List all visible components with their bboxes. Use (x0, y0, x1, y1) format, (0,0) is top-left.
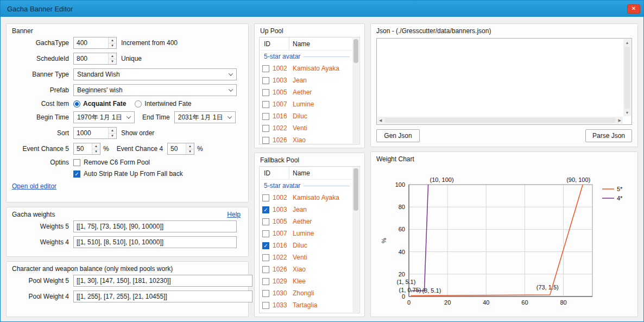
spin-up-icon[interactable]: ▲ (109, 128, 116, 134)
row-checkbox[interactable] (262, 125, 269, 132)
svg-text:60: 60 (521, 299, 528, 306)
row-checkbox[interactable] (262, 194, 269, 201)
begin-time-picker[interactable]: 1970年 1月 1日 (73, 111, 135, 123)
sort-spinner[interactable]: 1000 ▲▼ (73, 127, 117, 139)
scheduleid-spinner[interactable]: 800 ▲▼ (73, 53, 117, 65)
event-chance-5-label: Event Chance 5 (12, 145, 69, 153)
row-checkbox[interactable] (262, 137, 269, 144)
pool-row[interactable]: 1005Aether (260, 216, 359, 228)
weights-4-input[interactable]: [[1, 510], [8, 510], [10, 10000]] (73, 236, 237, 248)
gen-json-button[interactable]: Gen Json (376, 129, 420, 142)
pool-row[interactable]: 1035Qiqi (260, 311, 359, 313)
event-chance-5-spinner[interactable]: 50 ▲▼ (73, 143, 100, 155)
remove-c6-checkbox[interactable] (73, 159, 80, 166)
row-checkbox[interactable] (262, 206, 269, 213)
spinner-arrows[interactable]: ▲▼ (108, 37, 116, 48)
pool-row[interactable]: 1030Zhongli (260, 287, 359, 299)
row-checkbox[interactable] (262, 290, 269, 297)
row-checkbox[interactable] (262, 302, 269, 309)
auto-strip-checkbox[interactable] (73, 171, 80, 178)
pool-row[interactable]: 1026Xiao (260, 263, 359, 275)
pool-row[interactable]: 1029Klee (260, 275, 359, 287)
up-pool-scrollbar[interactable] (352, 38, 359, 143)
weights-5-input[interactable]: [[1, 75], [73, 150], [90, 10000]] (73, 220, 237, 232)
row-checkbox[interactable] (262, 101, 269, 108)
event-chance-4-spinner[interactable]: 50 ▲▼ (167, 143, 194, 155)
row-name: Kamisato Ayaka (293, 65, 339, 72)
spin-down-icon[interactable]: ▼ (92, 149, 100, 155)
row-name: Xiao (293, 266, 306, 273)
scroll-left-icon[interactable]: ◀ (379, 118, 382, 123)
event-chance-5-value: 50 (74, 143, 92, 154)
spin-down-icon[interactable]: ▼ (109, 59, 116, 65)
parse-json-button[interactable]: Parse Json (585, 129, 632, 142)
row-checkbox[interactable] (262, 230, 269, 237)
pool-row[interactable]: 1002Kamisato Ayaka (260, 62, 359, 74)
pool-row[interactable]: 1007Lumine (260, 98, 359, 110)
pool-row[interactable]: 1026Xiao (260, 134, 359, 144)
spinner-arrows[interactable]: ▲▼ (108, 53, 116, 64)
spin-up-icon[interactable]: ▲ (109, 37, 116, 43)
pool-row[interactable]: 1022Venti (260, 251, 359, 263)
scheduleid-hint: Unique (121, 55, 142, 62)
row-checkbox[interactable] (262, 65, 269, 72)
row-checkbox[interactable] (262, 254, 269, 261)
banner-type-select[interactable]: Standard Wish (73, 68, 237, 80)
event-chance-5-unit: % (103, 145, 109, 153)
spin-down-icon[interactable]: ▼ (109, 43, 116, 49)
gachatype-spinner[interactable]: 400 ▲▼ (73, 37, 117, 49)
spinner-arrows[interactable]: ▲▼ (108, 128, 116, 138)
pool-row[interactable]: 1003Jean (260, 204, 359, 216)
spin-up-icon[interactable]: ▲ (92, 143, 100, 149)
spinner-arrows[interactable]: ▲▼ (186, 143, 194, 154)
close-button[interactable]: ✕ (627, 4, 640, 14)
scrollbar-track[interactable] (385, 118, 615, 123)
open-old-editor-link[interactable]: Open old editor (12, 182, 56, 190)
pool-row[interactable]: 1033Tartaglia (260, 299, 359, 311)
spin-up-icon[interactable]: ▲ (109, 53, 116, 59)
scroll-down-icon[interactable]: ▼ (626, 111, 629, 115)
pool-row[interactable]: 1016Diluc (260, 239, 359, 251)
pool-row[interactable]: 1007Lumine (260, 228, 359, 239)
pool-row[interactable]: 1002Kamisato Ayaka (260, 192, 359, 204)
spin-down-icon[interactable]: ▼ (186, 149, 194, 155)
json-textarea[interactable]: ▲ ▼ ◀ ▶ (376, 38, 632, 125)
row-checkbox[interactable] (262, 77, 269, 84)
name-column-header[interactable]: Name (289, 37, 310, 50)
id-column-header[interactable]: ID (260, 167, 289, 179)
pool-row[interactable]: 1022Venti (260, 122, 359, 134)
scrollbar-thumb[interactable] (353, 168, 358, 211)
row-checkbox[interactable] (262, 89, 269, 96)
spinner-arrows[interactable]: ▲▼ (92, 143, 100, 154)
row-checkbox[interactable] (262, 113, 269, 120)
name-column-header[interactable]: Name (289, 167, 310, 179)
scrollbar-track[interactable] (624, 47, 630, 109)
spin-down-icon[interactable]: ▼ (109, 134, 116, 139)
pool-weight-5-input[interactable]: [[1, 30], [147, 150], [181, 10230]] (73, 275, 252, 287)
row-id: 1033 (273, 301, 289, 309)
row-checkbox[interactable] (262, 242, 269, 249)
row-checkbox[interactable] (262, 278, 269, 285)
row-checkbox[interactable] (262, 266, 269, 273)
row-checkbox[interactable] (262, 218, 269, 225)
end-time-picker[interactable]: 2031年 1月 1日 (174, 111, 236, 123)
acquaint-fate-radio[interactable] (73, 100, 80, 108)
scroll-up-icon[interactable]: ▲ (626, 41, 629, 45)
scroll-right-icon[interactable]: ▶ (618, 118, 621, 123)
intertwined-fate-radio[interactable] (135, 100, 142, 108)
spin-up-icon[interactable]: ▲ (186, 143, 194, 149)
json-horizontal-scrollbar[interactable]: ◀ ▶ (377, 117, 623, 124)
pool-weight-4-input[interactable]: [[1, 255], [17, 255], [21, 10455]] (73, 291, 252, 302)
pool-row[interactable]: 1005Aether (260, 86, 359, 98)
help-link[interactable]: Help (227, 211, 241, 218)
sort-hint: Show order (121, 129, 154, 137)
fallback-pool-scrollbar[interactable] (352, 167, 359, 312)
json-vertical-scrollbar[interactable]: ▲ ▼ (623, 39, 631, 116)
row-name: Zhongli (293, 289, 314, 297)
pool-row[interactable]: 1003Jean (260, 74, 359, 86)
pool-row[interactable]: 1016Diluc (260, 110, 359, 122)
group-divider-line (304, 56, 350, 57)
id-column-header[interactable]: ID (260, 37, 289, 50)
prefab-select[interactable]: Beginners' wish (73, 84, 237, 96)
scrollbar-thumb[interactable] (353, 39, 358, 63)
